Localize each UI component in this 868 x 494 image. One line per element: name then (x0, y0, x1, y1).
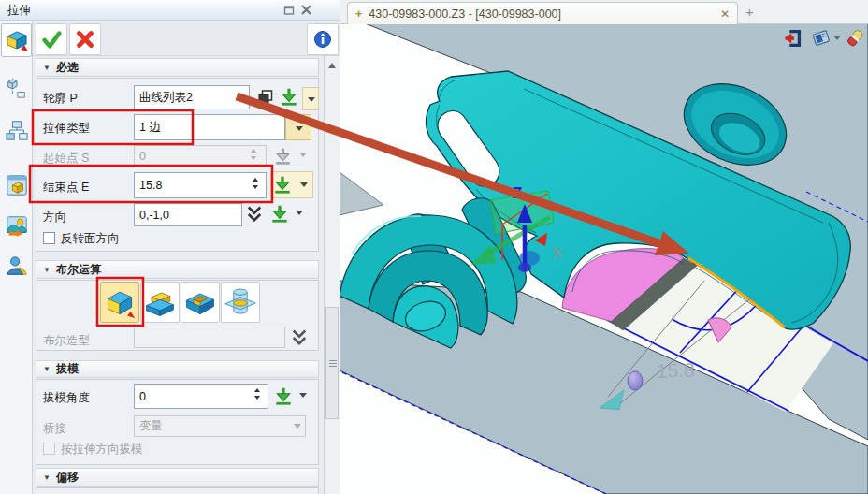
view-mode-button[interactable] (810, 27, 832, 50)
collapse-triangle-icon: ▼ (43, 365, 51, 373)
section-required-label: 必选 (56, 60, 79, 76)
start-apply-arrow-icon-disabled (273, 146, 293, 166)
scrollbar-up-button[interactable] (326, 58, 339, 72)
boolean-subtract-button[interactable] (181, 282, 220, 323)
image-icon (6, 214, 28, 237)
document-tab-bar: + 430-09983-000.Z3 - [430-09983-000] ✕ + (340, 0, 868, 24)
box-window-icon (6, 174, 28, 196)
section-boolean-label: 布尔运算 (56, 262, 101, 278)
scene-canvas: Z X 15.8 (340, 23, 868, 494)
end-apply-arrow-icon[interactable] (272, 174, 293, 195)
flip-face-checkbox[interactable] (43, 232, 55, 244)
collapse-triangle-icon: ▼ (43, 473, 51, 482)
profile-label: 轮廓 P (43, 91, 78, 107)
end-dropdown-arrow[interactable] (300, 182, 308, 187)
view-mode-dropdown-arrow[interactable] (833, 36, 841, 40)
boolean-add-button[interactable] (140, 282, 180, 323)
start-point-input: 0 (134, 145, 267, 167)
sidebar-visual-manager[interactable] (4, 172, 30, 198)
sidebar-view-manager[interactable] (4, 212, 30, 239)
direction-value: 0,-1,0 (139, 209, 169, 222)
start-point-spinner (251, 149, 256, 160)
extrude-type-value: 1 边 (139, 120, 161, 136)
extrude-icon (5, 28, 29, 52)
boolean-expand-chevron-icon[interactable] (291, 328, 308, 347)
dialog-title: 拉伸 (7, 3, 31, 19)
extrude-type-dropdown-button[interactable] (285, 114, 311, 140)
info-button[interactable] (307, 23, 339, 55)
panel-scrollbar[interactable] (324, 56, 340, 494)
end-point-value: 15.8 (139, 179, 162, 192)
profile-input[interactable]: 曲线列表2 (134, 85, 250, 109)
copy-profile-icon[interactable] (256, 88, 275, 107)
draft-angle-input[interactable]: 0 (134, 384, 268, 409)
info-icon (313, 30, 332, 49)
start-point-label: 起始点 S (43, 151, 89, 167)
boolean-base-button[interactable] (100, 282, 139, 323)
draft-dropdown-arrow[interactable] (299, 393, 307, 398)
new-tab-button[interactable]: + (745, 4, 754, 20)
origin-sphere-handle[interactable] (628, 371, 643, 390)
start-point-value: 0 (139, 150, 146, 163)
eraser-button[interactable] (844, 27, 866, 50)
viewport-3d[interactable]: Z X 15.8 (340, 23, 868, 494)
direction-dropdown-arrow[interactable] (296, 211, 303, 215)
boolean-intersect-button[interactable] (221, 282, 260, 323)
application-window: Z X 15.8 + 430-09983-000.Z3 - [430-09983… (0, 0, 868, 494)
tab-pin-icon[interactable]: + (355, 7, 362, 21)
bridge-value: 变量 (139, 418, 163, 434)
close-dialog-icon[interactable] (300, 4, 312, 16)
tab-title: 430-09983-000.Z3 - [430-09983-000] (369, 7, 714, 21)
ok-button[interactable] (36, 23, 67, 55)
hierarchy-icon (6, 119, 28, 141)
profile-apply-arrow-icon[interactable] (279, 86, 299, 107)
scrollbar-thumb[interactable] (326, 307, 339, 419)
draft-angle-label: 拔模角度 (43, 390, 90, 406)
profile-value: 曲线列表2 (139, 90, 193, 106)
sidebar-history-manager[interactable] (4, 75, 30, 101)
profile-dropdown-button[interactable] (302, 87, 319, 110)
boolean-intersect-icon (224, 285, 257, 319)
group-offset (36, 487, 319, 494)
dialog-titlebar[interactable]: 拉伸 (0, 0, 340, 21)
check-icon (41, 29, 62, 50)
expand-double-chevron-icon[interactable] (246, 205, 263, 224)
dialog-toolbar (33, 21, 340, 56)
boolean-shapes-input (134, 327, 285, 348)
axis-x-label: X (552, 244, 562, 262)
direction-label: 方向 (43, 210, 66, 225)
dialog-sidebar (0, 21, 33, 494)
sidebar-extrude-tool[interactable] (1, 23, 32, 57)
section-header-offset[interactable]: ▼ 偏移 (36, 468, 319, 487)
sidebar-assembly-manager[interactable] (4, 117, 30, 143)
direction-input[interactable]: 0,-1,0 (134, 203, 242, 226)
sidebar-role-manager[interactable] (4, 253, 30, 279)
draft-angle-value: 0 (139, 390, 146, 403)
restore-window-icon[interactable] (283, 5, 295, 16)
end-point-spinner[interactable] (253, 178, 258, 189)
draft-angle-spinner[interactable] (254, 388, 260, 400)
direction-apply-arrow-icon[interactable] (269, 203, 290, 224)
section-header-boolean[interactable]: ▼ 布尔运算 (36, 260, 319, 279)
end-point-input[interactable]: 15.8 (134, 172, 267, 198)
tab-close-icon[interactable]: ✕ (720, 7, 730, 21)
document-tab[interactable]: + 430-09983-000.Z3 - [430-09983-000] ✕ (347, 2, 738, 24)
section-header-draft[interactable]: ▼ 拔模 (36, 360, 319, 378)
scrollbar-grip-icon (329, 360, 337, 367)
bridge-dropdown-arrow-disabled (294, 424, 301, 429)
section-header-required[interactable]: ▼ 必选 (36, 58, 319, 77)
person-icon (6, 254, 28, 277)
draft-apply-arrow-icon[interactable] (273, 385, 294, 406)
collapse-triangle-icon: ▼ (43, 266, 51, 274)
extrude-type-combo[interactable]: 1 边 (134, 114, 285, 140)
draft-by-direction-label: 按拉伸方向拔模 (61, 442, 143, 458)
extrude-type-label: 拉伸类型 (43, 121, 90, 137)
cube-tree-icon (6, 77, 28, 99)
extrude-dialog: 拉伸 (0, 0, 340, 494)
section-draft-label: 拔模 (56, 361, 79, 377)
bridge-label: 桥接 (43, 421, 66, 437)
boolean-base-icon (103, 285, 137, 319)
end-point-label: 结束点 E (43, 180, 89, 196)
cancel-button[interactable] (69, 23, 101, 55)
exit-view-button[interactable] (782, 27, 804, 50)
